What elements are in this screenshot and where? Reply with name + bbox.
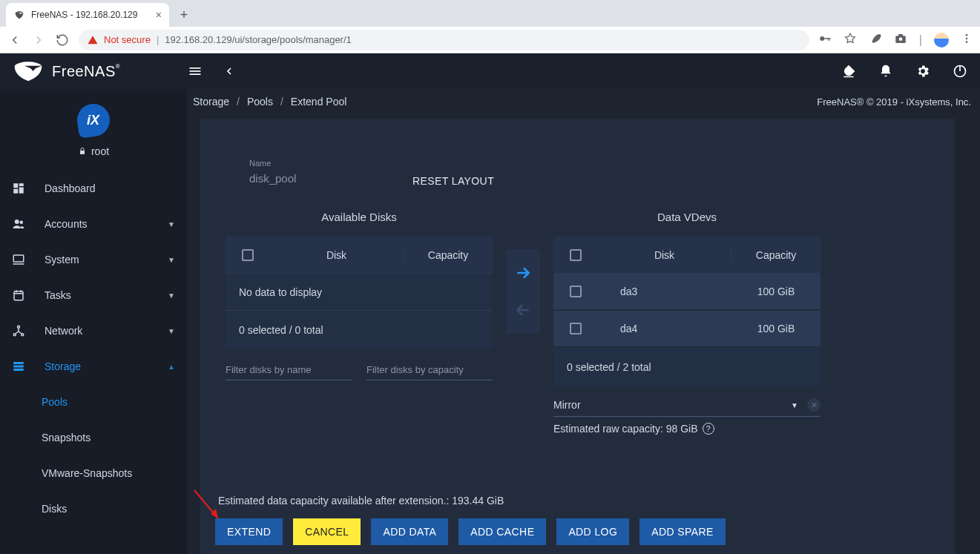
move-right-button[interactable]: [508, 254, 538, 291]
reload-button[interactable]: [55, 33, 70, 47]
capacity-cell: 100 GiB: [731, 286, 820, 297]
add-data-button[interactable]: ADD DATA: [371, 518, 448, 545]
close-icon[interactable]: ×: [156, 9, 162, 21]
filter-capacity-input[interactable]: [366, 360, 493, 380]
no-data-row: No data to display: [226, 274, 493, 311]
warning-icon: [88, 35, 98, 45]
user-label: root: [78, 145, 109, 157]
sidebar: iX root Dashboard Accounts ▼: [0, 89, 187, 554]
forward-button[interactable]: [31, 33, 46, 47]
chrome-separator: |: [919, 33, 922, 47]
profile-avatar[interactable]: [934, 33, 949, 47]
nav-accounts[interactable]: Accounts ▼: [0, 206, 187, 242]
nav-storage-vmware[interactable]: VMware-Snapshots: [0, 455, 187, 491]
transfer-arrows: [506, 249, 540, 334]
vdev-row[interactable]: da4 100 GiB: [553, 311, 820, 348]
chevron-down-icon: ▼: [168, 256, 175, 264]
available-footer: 0 selected / 0 total: [226, 311, 493, 349]
field-label: Name: [249, 159, 368, 168]
filter-name-input[interactable]: [226, 360, 352, 380]
url-box[interactable]: Not secure | 192.168.20.129/ui/storage/p…: [79, 30, 809, 50]
row-checkbox[interactable]: [570, 323, 582, 334]
new-tab-button[interactable]: +: [174, 4, 194, 25]
gear-icon[interactable]: [915, 63, 931, 79]
svg-point-20: [20, 221, 24, 225]
svg-rect-10: [190, 70, 201, 72]
nav-storage-snapshots[interactable]: Snapshots: [0, 420, 187, 455]
nav-network[interactable]: Network ▼: [0, 313, 187, 349]
cancel-button[interactable]: CANCEL: [293, 518, 361, 545]
bell-icon[interactable]: [878, 63, 894, 79]
available-disks-title: Available Disks: [226, 211, 493, 223]
svg-point-27: [18, 326, 20, 328]
crumb-extend: Extend Pool: [288, 96, 350, 108]
chevron-up-icon: ▲: [168, 363, 175, 371]
nav-dashboard[interactable]: Dashboard: [0, 171, 187, 206]
svg-point-29: [22, 334, 24, 336]
ix-logo-icon: iX: [75, 102, 112, 139]
main-content: Storage / Pools / Extend Pool FreeNAS® ©…: [187, 89, 980, 554]
collapse-icon[interactable]: [221, 63, 237, 79]
dashboard-icon: [10, 180, 27, 197]
row-checkbox[interactable]: [570, 286, 582, 297]
browser-chrome: FreeNAS - 192.168.20.129 × + Not secure …: [0, 0, 980, 53]
svg-rect-5: [898, 34, 903, 36]
vdev-row[interactable]: da3 100 GiB: [553, 274, 820, 311]
back-button[interactable]: [7, 33, 22, 47]
power-icon[interactable]: [952, 63, 968, 79]
svg-rect-1: [824, 38, 830, 39]
tab-title: FreeNAS - 192.168.20.129: [31, 10, 137, 20]
svg-point-4: [899, 37, 903, 41]
data-vdevs-title: Data VDevs: [553, 211, 820, 223]
feather-icon[interactable]: [869, 32, 882, 48]
nav-storage-pools[interactable]: Pools: [0, 384, 187, 420]
storage-icon: [10, 358, 27, 375]
pool-name-field[interactable]: Name disk_pool: [249, 159, 368, 187]
key-icon[interactable]: [818, 32, 832, 48]
brand-text: FreeNAS®: [52, 63, 120, 80]
col-capacity: Capacity: [404, 249, 493, 261]
col-disk: Disk: [270, 249, 404, 261]
svg-point-8: [966, 41, 968, 43]
add-log-button[interactable]: ADD LOG: [556, 518, 629, 545]
nav-label: Storage: [45, 360, 81, 372]
capacity-cell: 100 GiB: [731, 323, 820, 334]
move-left-button[interactable]: [508, 291, 538, 329]
app-root: FreeNAS® iX root Dashbo: [0, 53, 980, 554]
vdev-type-select[interactable]: Mirror ▼ ✕: [553, 394, 820, 417]
camera-icon[interactable]: [894, 32, 907, 48]
accounts-icon: [10, 216, 27, 232]
hamburger-icon[interactable]: [187, 63, 203, 79]
reset-layout-button[interactable]: RESET LAYOUT: [412, 175, 494, 187]
add-spare-button[interactable]: ADD SPARE: [639, 518, 725, 545]
svg-point-0: [820, 36, 824, 41]
theme-icon[interactable]: [841, 63, 857, 79]
svg-rect-9: [190, 67, 201, 69]
url-text: 192.168.20.129/ui/storage/pools/manager/…: [165, 34, 352, 45]
nav-storage[interactable]: Storage ▲: [0, 349, 187, 384]
crumb-storage[interactable]: Storage: [190, 96, 232, 108]
footer-buttons: EXTEND CANCEL ADD DATA ADD CACHE ADD LOG…: [215, 518, 726, 545]
svg-rect-16: [19, 183, 24, 186]
disk-cell: da3: [598, 286, 731, 297]
menu-icon[interactable]: [961, 33, 973, 47]
nav-label: Dashboard: [45, 182, 96, 194]
nav-label: Accounts: [45, 218, 88, 230]
pool-name-value: disk_pool: [249, 172, 368, 187]
help-icon[interactable]: ?: [703, 423, 714, 435]
select-all-vdev-checkbox[interactable]: [570, 249, 582, 261]
remove-vdev-button[interactable]: ✕: [807, 398, 820, 412]
nav-tasks[interactable]: Tasks ▼: [0, 277, 187, 313]
svg-rect-18: [13, 189, 18, 194]
brand: FreeNAS®: [12, 59, 187, 83]
select-all-checkbox[interactable]: [242, 249, 254, 261]
add-cache-button[interactable]: ADD CACHE: [458, 518, 546, 545]
nav-storage-disks[interactable]: Disks: [0, 491, 187, 527]
vdev-type-value: Mirror: [553, 399, 581, 411]
nav-system[interactable]: System ▼: [0, 242, 187, 277]
crumb-pools[interactable]: Pools: [244, 96, 276, 108]
browser-tab[interactable]: FreeNAS - 192.168.20.129 ×: [6, 3, 169, 27]
extend-button[interactable]: EXTEND: [215, 518, 283, 545]
star-icon[interactable]: [843, 32, 857, 48]
col-capacity: Capacity: [731, 249, 820, 261]
